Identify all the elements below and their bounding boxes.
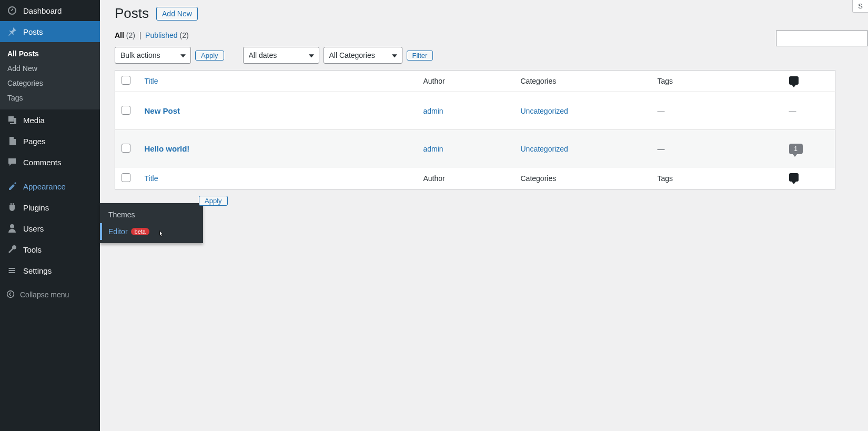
row-checkbox[interactable] (122, 106, 130, 115)
content-area: S Posts Add New All (2) | Published (2) … (100, 0, 868, 431)
post-category-link[interactable]: Uncategorized (521, 145, 568, 153)
dashboard-icon (6, 5, 18, 16)
menu-label: Appearance (23, 182, 66, 191)
post-tags: — (651, 130, 783, 168)
col-tags-foot: Tags (651, 168, 783, 189)
post-title-link[interactable]: New Post (145, 106, 180, 115)
collapse-menu[interactable]: Collapse menu (0, 284, 100, 305)
submenu-all-posts[interactable]: All Posts (0, 46, 100, 61)
menu-plugins[interactable]: Plugins (0, 197, 100, 218)
menu-label: Users (23, 224, 44, 233)
submenu-categories[interactable]: Categories (0, 76, 100, 91)
menu-appearance[interactable]: Appearance (0, 176, 100, 197)
menu-posts[interactable]: Posts (0, 21, 100, 42)
apply-bulk-button[interactable]: Apply (195, 51, 224, 61)
col-author: Author (417, 71, 514, 92)
view-published[interactable]: Published (145, 31, 178, 39)
menu-label: Settings (23, 266, 52, 275)
users-icon (6, 223, 18, 234)
menu-comments[interactable]: Comments (0, 152, 100, 173)
page-title: Posts (115, 5, 149, 22)
collapse-icon (6, 290, 15, 300)
view-all-count: (2) (126, 31, 135, 39)
col-categories: Categories (514, 71, 651, 92)
category-filter-select[interactable]: All Categories (324, 47, 402, 64)
menu-settings[interactable]: Settings (0, 260, 100, 281)
menu-label: Pages (23, 137, 46, 146)
apply-bulk-button-bottom[interactable]: Apply (199, 196, 228, 206)
comments-column-icon[interactable] (789, 76, 799, 85)
bulk-filter-row-bottom: Apply (115, 196, 868, 206)
col-categories-foot: Categories (514, 168, 651, 189)
table-row: Hello world! admin Uncategorized — 1 (115, 130, 835, 168)
menu-label: Media (23, 116, 45, 125)
row-checkbox[interactable] (122, 144, 130, 153)
menu-media[interactable]: Media (0, 109, 100, 131)
submenu-posts: All Posts Add New Categories Tags (0, 42, 100, 109)
pin-icon (6, 26, 18, 37)
media-icon (6, 114, 18, 126)
col-tags: Tags (651, 71, 783, 92)
screen-options[interactable]: S (852, 0, 868, 13)
menu-dashboard[interactable]: Dashboard (0, 0, 100, 21)
appearance-icon (6, 181, 18, 192)
col-author-foot: Author (417, 168, 514, 189)
post-category-link[interactable]: Uncategorized (521, 107, 568, 115)
table-footer-row: Title Author Categories Tags (115, 168, 835, 189)
menu-label: Comments (23, 158, 62, 167)
post-comments: — (783, 92, 835, 130)
svg-point-0 (7, 290, 14, 297)
comments-icon (6, 156, 18, 168)
submenu-add-new[interactable]: Add New (0, 61, 100, 76)
menu-tools[interactable]: Tools (0, 239, 100, 260)
bulk-actions-select[interactable]: Bulk actions (115, 47, 191, 64)
view-published-count: (2) (180, 31, 189, 39)
posts-table: Title Author Categories Tags New Post ad… (115, 70, 835, 189)
post-author-link[interactable]: admin (423, 107, 443, 115)
menu-pages[interactable]: Pages (0, 131, 100, 152)
date-filter-select[interactable]: All dates (243, 47, 319, 64)
post-author-link[interactable]: admin (423, 145, 443, 153)
select-all-checkbox-foot[interactable] (122, 173, 130, 182)
menu-users[interactable]: Users (0, 218, 100, 239)
post-title-link[interactable]: Hello world! (145, 144, 190, 153)
page-heading: Posts Add New (115, 5, 868, 22)
view-links: All (2) | Published (2) (115, 31, 868, 39)
settings-icon (6, 265, 18, 276)
pages-icon (6, 135, 18, 147)
filter-button[interactable]: Filter (407, 51, 433, 61)
view-all[interactable]: All (115, 31, 124, 39)
comment-count-bubble[interactable]: 1 (789, 144, 803, 154)
submenu-tags[interactable]: Tags (0, 91, 100, 105)
menu-label: Plugins (23, 203, 49, 212)
col-title[interactable]: Title (145, 77, 158, 85)
comments-column-icon-foot[interactable] (789, 173, 799, 182)
select-all-checkbox[interactable] (122, 76, 130, 85)
collapse-label: Collapse menu (20, 290, 69, 299)
post-tags: — (651, 92, 783, 130)
col-title-foot[interactable]: Title (145, 174, 158, 183)
search-input[interactable] (776, 31, 868, 46)
plugins-icon (6, 202, 18, 213)
menu-label: Posts (23, 27, 43, 36)
table-header-row: Title Author Categories Tags (115, 71, 835, 92)
menu-label: Tools (23, 245, 42, 254)
admin-sidebar: Dashboard Posts All Posts Add New Catego… (0, 0, 100, 431)
menu-label: Dashboard (23, 6, 62, 15)
add-new-button[interactable]: Add New (156, 7, 198, 21)
bulk-filter-row: Bulk actions Apply All dates All Categor… (115, 47, 868, 64)
table-row: New Post admin Uncategorized — — (115, 92, 835, 130)
tools-icon (6, 244, 18, 255)
